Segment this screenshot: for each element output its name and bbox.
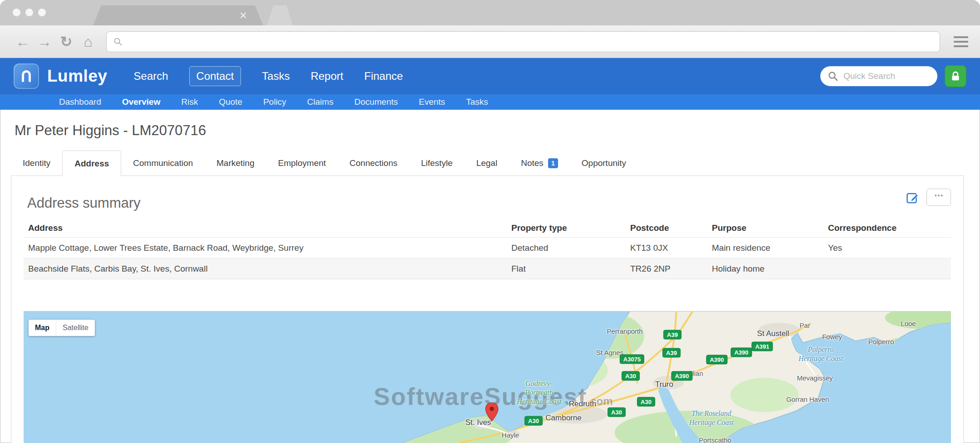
tab-legal[interactable]: Legal (465, 151, 510, 175)
sub-nav: Dashboard Overview Risk Quote Policy Cla… (0, 94, 980, 110)
tab-opportunity[interactable]: Opportunity (570, 151, 638, 175)
map-place-label: Redruth (569, 399, 596, 409)
nav-item-report[interactable]: Report (311, 67, 343, 86)
nav-item-tasks[interactable]: Tasks (262, 67, 289, 86)
road-badge: A30 (524, 416, 543, 426)
window-control-dot[interactable] (25, 9, 33, 16)
table-header-row: Address Property type Postcode Purpose C… (24, 219, 951, 238)
road-badge: A39 (662, 348, 681, 358)
map-place-label: Polperro Heritage Coast (799, 345, 843, 363)
browser-tab-stub[interactable] (267, 5, 293, 25)
table-header-correspondence: Correspondence (828, 223, 946, 233)
road-badge: A30 (622, 371, 640, 381)
edit-button[interactable] (906, 190, 920, 204)
lumley-logo-icon (19, 68, 34, 84)
road-badge: A390 (671, 371, 692, 381)
more-options-button[interactable]: ... (926, 189, 951, 206)
table-row[interactable]: Beachside Flats, Carbis Bay, St. Ives, C… (24, 258, 951, 279)
nav-item-contact[interactable]: Contact (189, 66, 241, 86)
address-panel: Address summary ... Address Property typ… (11, 176, 964, 443)
subnav-item-quote[interactable]: Quote (219, 97, 242, 107)
subnav-item-events[interactable]: Events (419, 97, 445, 107)
cell-property-type: Detached (511, 243, 630, 253)
satellite-view-button[interactable]: Satellite (56, 320, 95, 336)
table-header-property-type: Property type (511, 223, 630, 233)
browser-toolbar: ← → ↻ ⌂ (0, 25, 980, 58)
subnav-item-risk[interactable]: Risk (181, 97, 198, 107)
road-badge: A390 (706, 355, 727, 365)
map-place-label: Camborne (545, 413, 581, 423)
nav-item-finance[interactable]: Finance (364, 67, 403, 86)
subnav-item-claims[interactable]: Claims (307, 97, 333, 107)
nav-item-search[interactable]: Search (134, 67, 168, 86)
quick-search-input[interactable] (843, 71, 930, 82)
tab-lifestyle[interactable]: Lifestyle (409, 151, 465, 175)
map-canvas[interactable]: Map Satellite SoftwareSuggest.com Perran… (24, 311, 951, 443)
road-badge: A30 (637, 397, 655, 407)
cell-postcode: KT13 0JX (630, 243, 712, 253)
browser-tab-bar: × (0, 0, 980, 25)
cell-property-type: Flat (511, 264, 630, 274)
cell-address: Mapple Cottage, Lower Trees Estate, Barn… (28, 243, 511, 253)
address-bar[interactable] (106, 31, 940, 52)
road-badge: A391 (751, 342, 773, 351)
lock-icon (950, 70, 961, 82)
map-place-label: Par (799, 321, 810, 330)
edit-icon (906, 190, 920, 204)
back-button[interactable]: ← (12, 34, 34, 49)
subnav-item-overview[interactable]: Overview (122, 97, 161, 107)
tab-notes-label: Notes (521, 158, 544, 168)
map-place-label: Fowey (822, 333, 842, 341)
url-input[interactable] (127, 36, 933, 47)
map-place-label: Godrevy- Portreath Heritage Coast (517, 379, 561, 406)
tab-notes[interactable]: Notes 1 (509, 151, 570, 175)
cell-address: Beachside Flats, Carbis Bay, St. Ives, C… (28, 264, 511, 274)
refresh-button[interactable]: ↻ (55, 34, 77, 49)
cell-purpose: Main residence (712, 243, 828, 253)
subnav-item-policy[interactable]: Policy (263, 97, 286, 107)
map-place-label: Polperro (868, 338, 894, 346)
map-place-label: Portscatho (699, 436, 731, 443)
table-row[interactable]: Mapple Cottage, Lower Trees Estate, Barn… (24, 238, 951, 258)
forward-button[interactable]: → (34, 34, 55, 49)
tab-employment[interactable]: Employment (266, 151, 338, 175)
tab-communication[interactable]: Communication (121, 151, 205, 175)
table-header-postcode: Postcode (630, 223, 712, 233)
brand-name: Lumley (47, 67, 108, 86)
tab-address[interactable]: Address (62, 151, 121, 176)
subnav-item-documents[interactable]: Documents (354, 97, 398, 107)
app-logo[interactable] (14, 63, 39, 89)
home-button[interactable]: ⌂ (77, 34, 99, 49)
lock-button[interactable] (945, 65, 966, 87)
window-control-dot[interactable] (13, 9, 20, 16)
browser-window: × ← → ↻ ⌂ Lumley Search (0, 0, 980, 443)
map-place-label: Mevagissey (797, 374, 833, 383)
map-place-label: St Austell (757, 329, 789, 338)
road-badge: A39 (663, 330, 681, 340)
browser-tab[interactable]: × (93, 5, 263, 25)
record-tab-strip: Identity Address Communication Marketing… (11, 151, 964, 176)
map-view-button[interactable]: Map (29, 320, 56, 336)
subnav-item-tasks[interactable]: Tasks (466, 97, 488, 107)
tab-marketing[interactable]: Marketing (205, 151, 266, 175)
search-icon (113, 37, 123, 47)
cell-postcode: TR26 2NP (630, 264, 712, 274)
map-pin-icon (485, 403, 499, 422)
panel-header: Address summary ... (24, 189, 951, 211)
quick-search[interactable] (820, 66, 937, 86)
page-title: Mr Peter Higgins - LM2070716 (15, 122, 964, 139)
map-place-label: Hayle (502, 431, 519, 440)
subnav-item-dashboard[interactable]: Dashboard (59, 97, 101, 107)
tab-close-icon[interactable]: × (240, 10, 247, 22)
window-control-dot[interactable] (38, 9, 46, 16)
road-badge: A390 (730, 348, 752, 357)
road-badge: A30 (608, 408, 626, 417)
menu-button[interactable] (954, 36, 968, 47)
search-icon (828, 71, 838, 82)
tab-connections[interactable]: Connections (338, 151, 409, 175)
panel-actions: ... (906, 189, 951, 206)
map-place-label: Perranporth (607, 327, 642, 336)
map-place-label: Looe (901, 320, 916, 328)
map-marker[interactable] (485, 403, 499, 424)
tab-identity[interactable]: Identity (11, 151, 62, 175)
